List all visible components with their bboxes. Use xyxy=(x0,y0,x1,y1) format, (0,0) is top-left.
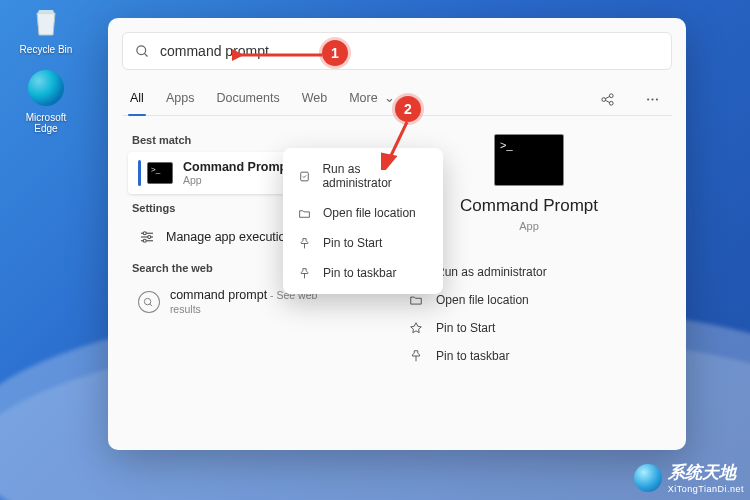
svg-point-9 xyxy=(656,98,658,100)
svg-point-15 xyxy=(143,239,146,242)
svg-point-7 xyxy=(647,98,649,100)
desktop-label: Recycle Bin xyxy=(18,44,74,55)
svg-point-13 xyxy=(143,232,146,235)
svg-point-3 xyxy=(609,94,613,98)
tab-apps[interactable]: Apps xyxy=(164,85,197,115)
svg-point-16 xyxy=(145,298,151,304)
annotation-callout-2: 2 xyxy=(395,96,421,122)
search-icon xyxy=(138,291,160,313)
globe-icon xyxy=(634,464,662,492)
tab-web[interactable]: Web xyxy=(300,85,329,115)
svg-point-2 xyxy=(602,98,606,102)
svg-line-6 xyxy=(605,100,609,102)
svg-line-5 xyxy=(605,96,609,98)
desktop-icon-edge[interactable]: Microsoft Edge xyxy=(18,68,74,134)
context-run-admin[interactable]: Run as administrator xyxy=(283,154,443,198)
context-menu: Run as administrator Open file location … xyxy=(283,148,443,294)
folder-icon xyxy=(297,207,312,220)
svg-point-14 xyxy=(148,236,151,239)
tab-documents[interactable]: Documents xyxy=(214,85,281,115)
command-prompt-icon xyxy=(494,134,564,186)
svg-line-17 xyxy=(150,303,152,305)
result-subtitle: App xyxy=(183,174,291,186)
svg-line-1 xyxy=(144,53,147,56)
web-query: command prompt xyxy=(170,288,267,302)
svg-point-0 xyxy=(137,45,146,54)
svg-point-8 xyxy=(651,98,653,100)
tab-all[interactable]: All xyxy=(128,85,146,115)
action-pin-start[interactable]: Pin to Start xyxy=(404,314,662,342)
chevron-down-icon: ⌄ xyxy=(384,91,395,105)
desktop-icon-recycle-bin[interactable]: Recycle Bin xyxy=(18,0,74,55)
context-pin-start[interactable]: Pin to Start xyxy=(283,228,443,258)
context-open-location[interactable]: Open file location xyxy=(283,198,443,228)
pin-icon xyxy=(297,237,312,250)
folder-icon xyxy=(408,293,424,307)
action-open-location[interactable]: Open file location xyxy=(404,286,662,314)
result-title: Command Prompt xyxy=(183,160,291,174)
action-pin-taskbar[interactable]: Pin to taskbar xyxy=(404,342,662,370)
pin-icon xyxy=(408,321,424,335)
settings-sliders-icon xyxy=(138,228,156,246)
desktop-label: Microsoft Edge xyxy=(18,112,74,134)
share-icon[interactable] xyxy=(594,88,621,111)
section-best-match: Best match xyxy=(132,134,360,146)
svg-line-24 xyxy=(387,122,407,164)
context-pin-taskbar[interactable]: Pin to taskbar xyxy=(283,258,443,288)
annotation-arrow-2 xyxy=(381,118,415,170)
annotation-callout-1: 1 xyxy=(322,40,348,66)
annotation-arrow-1 xyxy=(232,46,326,64)
more-options-icon[interactable] xyxy=(639,88,666,111)
pin-icon xyxy=(297,267,312,280)
svg-point-4 xyxy=(609,101,613,105)
shield-icon xyxy=(297,170,311,183)
watermark-text-en: XiTongTianDi.net xyxy=(668,484,744,494)
watermark: 系统天地 XiTongTianDi.net xyxy=(634,461,744,494)
tab-more[interactable]: More ⌄ xyxy=(347,84,397,115)
command-prompt-icon xyxy=(147,162,173,184)
recycle-bin-icon xyxy=(26,0,66,40)
search-box[interactable] xyxy=(122,32,672,70)
pin-icon xyxy=(408,349,424,363)
search-icon xyxy=(135,44,150,59)
edge-icon xyxy=(26,68,66,108)
watermark-text-zh: 系统天地 xyxy=(668,461,744,484)
